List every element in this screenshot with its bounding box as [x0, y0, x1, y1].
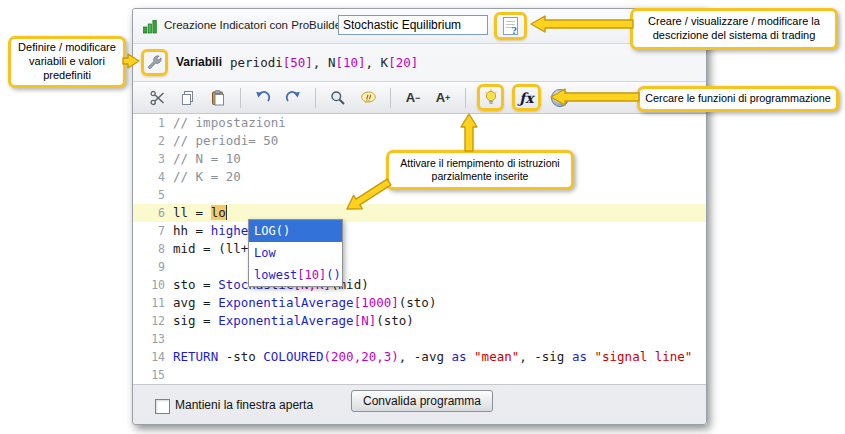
code-token: // periodi= 50: [173, 133, 278, 148]
variable-default: [50]: [283, 55, 313, 70]
title-bar: Creazione Indicatori con ProBuilder ?: [133, 9, 706, 44]
redo-button[interactable]: [282, 87, 304, 109]
copy-button[interactable]: [177, 87, 199, 109]
line-number: 7: [133, 222, 173, 240]
code-token: sig =: [173, 313, 218, 328]
code-line[interactable]: 8mid = (ll+hh)/2: [133, 240, 706, 258]
undo-icon: [255, 90, 271, 106]
code-token: , -avg: [399, 349, 452, 364]
variable-separator: ,: [366, 55, 381, 70]
code-token: "mean": [474, 349, 519, 364]
code-line[interactable]: 10sto = Stochastic[N,K](mid): [133, 276, 706, 294]
variables-row: Variabili periodi[50], N[10], K[20]: [133, 45, 706, 79]
code-line[interactable]: 1// impostazioni: [133, 114, 706, 132]
code-token: [N]: [354, 313, 377, 328]
indicator-name-input[interactable]: [338, 15, 488, 35]
code-line[interactable]: 9: [133, 258, 706, 276]
code-text: RETURN -sto COLOURED(200,20,3), -avg as …: [173, 348, 706, 366]
code-line[interactable]: 2// periodi= 50: [133, 132, 706, 150]
font-decrease-button[interactable]: A−: [402, 87, 424, 109]
code-token: ExponentialAverage: [218, 295, 353, 310]
code-token: COLOURED: [263, 349, 323, 364]
line-number: 8: [133, 240, 173, 258]
code-token: -sto: [218, 349, 263, 364]
code-token: hh =: [173, 223, 211, 238]
completion-item[interactable]: Low: [249, 242, 342, 264]
completion-item[interactable]: lowest[10](): [249, 264, 342, 286]
code-token: as: [451, 349, 466, 364]
functions-button[interactable]: ƒx: [516, 87, 538, 109]
probuilder-window: Creazione Indicatori con ProBuilder ?: [132, 8, 707, 425]
scissors-icon: [150, 90, 166, 106]
code-line[interactable]: 7hh = highest[10](high): [133, 222, 706, 240]
lightbulb-icon: [483, 89, 499, 106]
screenshot-stage: Creazione Indicatori con ProBuilder ?: [0, 0, 845, 434]
variable-default: [20]: [388, 55, 418, 70]
minus-icon: −: [415, 93, 420, 103]
line-number: 4: [133, 168, 173, 186]
code-token: avg =: [173, 295, 218, 310]
code-line[interactable]: 15: [133, 366, 706, 384]
code-token: , -sig: [519, 349, 572, 364]
code-line[interactable]: 6ll = lo: [133, 204, 706, 222]
variable-name: periodi: [230, 55, 283, 70]
code-token: [1000]: [354, 295, 399, 310]
completion-item[interactable]: LOG(): [249, 220, 342, 242]
clipboard-icon: [210, 90, 226, 106]
toolbar-separator: [240, 88, 241, 108]
description-page-icon: ?: [503, 17, 518, 35]
toolbar-separator: [315, 88, 316, 108]
code-token: RETURN: [173, 349, 218, 364]
code-line[interactable]: 11avg = ExponentialAverage[1000](sto): [133, 294, 706, 312]
validate-button[interactable]: Convalida programma: [351, 390, 493, 412]
code-line[interactable]: 14RETURN -sto COLOURED(200,20,3), -avg a…: [133, 348, 706, 366]
keep-open-checkbox[interactable]: [155, 399, 170, 414]
code-token: // N = 10: [173, 151, 241, 166]
comment-icon: [360, 90, 377, 106]
code-token: sto =: [173, 277, 218, 292]
code-text: // periodi= 50: [173, 132, 706, 150]
line-number: 6: [133, 204, 173, 222]
completion-text: Low: [254, 246, 276, 260]
line-number: 5: [133, 186, 173, 204]
cut-button[interactable]: [147, 87, 169, 109]
line-number: 11: [133, 294, 173, 312]
comment-button[interactable]: [357, 87, 379, 109]
highlight-ring-functions: ƒx: [512, 84, 541, 111]
toolbar-separator: [390, 88, 391, 108]
fx-icon: ƒx: [519, 90, 533, 106]
copy-icon: [180, 90, 196, 106]
extra-round-button[interactable]: [549, 87, 571, 109]
redo-icon: [285, 90, 301, 106]
line-number: 9: [133, 258, 173, 276]
code-text: sig = ExponentialAverage[N](sto): [173, 312, 706, 330]
paste-button[interactable]: [207, 87, 229, 109]
code-token: as: [572, 349, 587, 364]
undo-button[interactable]: [252, 87, 274, 109]
highlight-ring-autocomplete: [477, 84, 504, 111]
question-mark-icon: ?: [512, 24, 518, 36]
completion-popup: LOG()Lowlowest[10](): [248, 219, 343, 287]
code-line[interactable]: 12sig = ExponentialAverage[N](sto): [133, 312, 706, 330]
code-token: // impostazioni: [173, 115, 286, 130]
code-text: // impostazioni: [173, 114, 706, 132]
autocomplete-button[interactable]: [480, 87, 501, 109]
variable-name: K: [381, 55, 389, 70]
font-increase-label: A: [436, 90, 445, 105]
highlight-ring-description: ?: [494, 12, 527, 40]
code-line[interactable]: 13: [133, 330, 706, 348]
line-number: 10: [133, 276, 173, 294]
search-button[interactable]: [327, 87, 349, 109]
plus-icon: +: [445, 93, 450, 103]
description-button[interactable]: ?: [500, 15, 522, 37]
font-increase-button[interactable]: A+: [432, 87, 454, 109]
line-number: 3: [133, 150, 173, 168]
code-token: [587, 349, 595, 364]
chart-icon: [142, 18, 158, 34]
edit-variables-button[interactable]: [144, 51, 165, 73]
variables-list: periodi[50], N[10], K[20]: [230, 55, 418, 70]
callout-functions-search: Cercare le funzioni di programmazione: [637, 86, 839, 112]
variable-separator: ,: [313, 55, 328, 70]
completion-text: lowest: [254, 268, 297, 282]
callout-autocomplete: Attivare il riempimento di istruzioni pa…: [386, 150, 574, 190]
